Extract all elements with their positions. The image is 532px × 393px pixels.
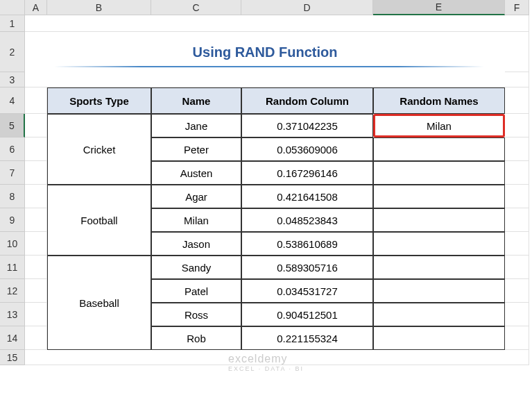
cell-F13[interactable] — [505, 303, 529, 326]
row-header-5[interactable]: 5 — [0, 114, 25, 137]
cell-val-6[interactable]: 0.589305716 — [241, 256, 373, 279]
cell-A9[interactable] — [25, 208, 47, 232]
col-header-D[interactable]: D — [241, 0, 373, 15]
cell-F5[interactable] — [505, 114, 529, 137]
cell-A14[interactable] — [25, 326, 47, 350]
cell-val-9[interactable]: 0.221155324 — [241, 326, 373, 350]
cell-A10[interactable] — [25, 232, 47, 256]
cell-A13[interactable] — [25, 303, 47, 326]
spreadsheet-grid: A B C D E F 1 2 Using RAND Function 3 4 … — [0, 0, 532, 365]
cell-A5[interactable] — [25, 114, 47, 137]
row-header-8[interactable]: 8 — [0, 185, 25, 208]
cell-name-3[interactable]: Agar — [151, 185, 241, 208]
cell-sports-football[interactable]: Football — [47, 185, 151, 256]
cell-E8[interactable] — [373, 185, 505, 208]
cell-name-9[interactable]: Rob — [151, 326, 241, 350]
cell-val-3[interactable]: 0.421641508 — [241, 185, 373, 208]
col-header-C[interactable]: C — [151, 0, 241, 15]
cell-val-1[interactable]: 0.053609006 — [241, 137, 373, 161]
watermark-sub: EXCEL · DATA · BI — [228, 365, 304, 372]
row-header-13[interactable]: 13 — [0, 303, 25, 326]
cell-F7[interactable] — [505, 161, 529, 185]
row-header-14[interactable]: 14 — [0, 326, 25, 350]
row-header-11[interactable]: 11 — [0, 256, 25, 279]
cell-name-0[interactable]: Jane — [151, 114, 241, 137]
row-header-9[interactable]: 9 — [0, 208, 25, 232]
col-header-F[interactable]: F — [505, 0, 529, 15]
col-header-E[interactable]: E — [373, 0, 505, 15]
cell-F14[interactable] — [505, 326, 529, 350]
grid-corner[interactable] — [0, 0, 25, 15]
cell-val-0[interactable]: 0.371042235 — [241, 114, 373, 137]
cell-val-4[interactable]: 0.048523843 — [241, 208, 373, 232]
cell-F2[interactable] — [505, 32, 529, 72]
header-name[interactable]: Name — [151, 87, 241, 114]
row-header-3[interactable]: 3 — [0, 72, 25, 87]
cell-val-7[interactable]: 0.034531727 — [241, 279, 373, 303]
cell-E6[interactable] — [373, 137, 505, 161]
cell-A11[interactable] — [25, 256, 47, 279]
cell-A12[interactable] — [25, 279, 47, 303]
cell-E10[interactable] — [373, 232, 505, 256]
row-header-2[interactable]: 2 — [0, 32, 25, 72]
cell-name-5[interactable]: Jason — [151, 232, 241, 256]
cell-A6[interactable] — [25, 137, 47, 161]
title-underline — [54, 66, 484, 67]
cell-sports-cricket[interactable]: Cricket — [47, 114, 151, 185]
header-sports-type[interactable]: Sports Type — [47, 87, 151, 114]
cell-F11[interactable] — [505, 256, 529, 279]
row-header-4[interactable]: 4 — [0, 87, 25, 114]
cell-val-8[interactable]: 0.904512501 — [241, 303, 373, 326]
col-header-B[interactable]: B — [47, 0, 151, 15]
row-header-12[interactable]: 12 — [0, 279, 25, 303]
cell-name-4[interactable]: Milan — [151, 208, 241, 232]
cell-name-7[interactable]: Patel — [151, 279, 241, 303]
row-header-6[interactable]: 6 — [0, 137, 25, 161]
cell-E9[interactable] — [373, 208, 505, 232]
row-header-15[interactable]: 15 — [0, 350, 25, 365]
cell-F8[interactable] — [505, 185, 529, 208]
header-random-column[interactable]: Random Column — [241, 87, 373, 114]
cell-name-1[interactable]: Peter — [151, 137, 241, 161]
cell-E14[interactable] — [373, 326, 505, 350]
row-header-1[interactable]: 1 — [0, 15, 25, 32]
cell-name-6[interactable]: Sandy — [151, 256, 241, 279]
cell-A8[interactable] — [25, 185, 47, 208]
cell-A4[interactable] — [25, 87, 47, 114]
cell-E7[interactable] — [373, 161, 505, 185]
cell-F10[interactable] — [505, 232, 529, 256]
row-header-10[interactable]: 10 — [0, 232, 25, 256]
cell-row1[interactable] — [25, 15, 529, 32]
cell-A7[interactable] — [25, 161, 47, 185]
cell-val-2[interactable]: 0.167296146 — [241, 161, 373, 185]
cell-name-2[interactable]: Austen — [151, 161, 241, 185]
cell-F12[interactable] — [505, 279, 529, 303]
cell-row3[interactable] — [25, 72, 529, 87]
cell-E13[interactable] — [373, 303, 505, 326]
cell-F9[interactable] — [505, 208, 529, 232]
cell-result[interactable]: Milan — [373, 114, 505, 137]
cell-val-5[interactable]: 0.538610689 — [241, 232, 373, 256]
col-header-A[interactable]: A — [25, 0, 47, 15]
cell-E11[interactable] — [373, 256, 505, 279]
row-header-7[interactable]: 7 — [0, 161, 25, 185]
cell-sports-baseball[interactable]: Baseball — [47, 256, 151, 350]
header-random-names[interactable]: Random Names — [373, 87, 505, 114]
cell-row15[interactable] — [25, 350, 529, 365]
cell-F6[interactable] — [505, 137, 529, 161]
cell-F4[interactable] — [505, 87, 529, 114]
cell-name-8[interactable]: Ross — [151, 303, 241, 326]
cell-E12[interactable] — [373, 279, 505, 303]
